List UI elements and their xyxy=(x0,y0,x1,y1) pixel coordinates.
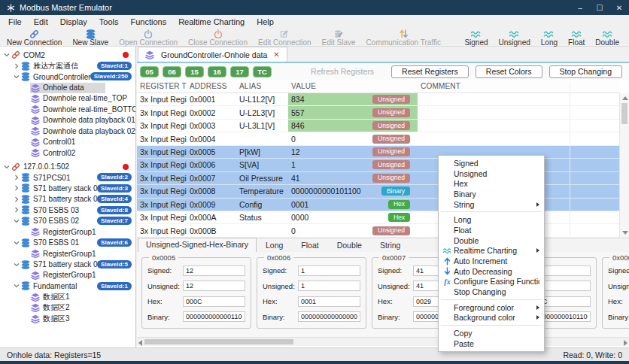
menu-realtime-charting[interactable]: Realtime Charting xyxy=(172,17,251,26)
context-menu-item-background-color[interactable]: Background color xyxy=(439,313,544,323)
menu-edit[interactable]: Edit xyxy=(28,17,54,26)
toolbar-button-edit-slave[interactable]: Edit Slave xyxy=(317,29,361,47)
tree-item-数据区2[interactable]: 数据区2 xyxy=(0,302,135,313)
table-row-0x0004[interactable]: 3x Input Registe0x00040Unsigned xyxy=(137,132,619,145)
scroll-up-arrow-icon[interactable] xyxy=(622,96,628,100)
function-code-button-06[interactable]: 06 xyxy=(163,66,181,77)
panel-0x0006-unsigned-input[interactable] xyxy=(298,281,360,291)
scroll-down-arrow-icon[interactable] xyxy=(622,231,628,235)
table-row-0x0002[interactable]: 3x Input Registe0x0002U-L2L3[V]557Unsign… xyxy=(137,106,619,119)
vertical-scroll-thumb[interactable] xyxy=(621,103,627,124)
horizontal-scroll-thumb[interactable] xyxy=(144,339,293,344)
menu-file[interactable]: File xyxy=(2,17,28,26)
table-row-0x0006[interactable]: 3x Input Registe0x0006S[VA]1Unsigned xyxy=(137,159,619,171)
tree-item-s71-battery-stack-01[interactable]: S71 battery stack 01SlaveId:3 xyxy=(0,183,135,193)
tree-item-127-0-0-1-502[interactable]: 127.0.0.1:502 xyxy=(0,161,135,171)
tree-item-s70-esbs-01[interactable]: S70 ESBS 01SlaveId:6 xyxy=(0,237,135,247)
context-menu-item-string[interactable]: String xyxy=(439,199,544,210)
table-row-0x0008[interactable]: 3x Input Registe0x0008Temperature0000000… xyxy=(137,185,619,198)
chevron-down-icon[interactable] xyxy=(12,262,20,268)
context-menu-item-binary[interactable]: Binary xyxy=(439,189,544,199)
tree-item-com2[interactable]: COM2 xyxy=(0,50,135,60)
menu-tools[interactable]: Tools xyxy=(93,17,125,26)
stop-changing-button[interactable]: Stop Changing xyxy=(549,65,622,78)
toolbar-button-communication-traffic[interactable]: Communication Traffic xyxy=(361,29,446,47)
panels-horizontal-scrollbar[interactable] xyxy=(137,337,629,346)
toolbar-button-new-connection[interactable]: New Connection xyxy=(2,29,67,47)
tree-item-groundcontroller[interactable]: GroundControllerSlaveId:250 xyxy=(0,71,135,82)
tree-item-s70-esbs-02[interactable]: S70 ESBS 02SlaveId:7 xyxy=(0,216,135,226)
context-menu-item-hex[interactable]: Hex xyxy=(439,178,544,189)
context-menu-item-unsigned[interactable]: Unsigned xyxy=(439,168,544,179)
chevron-right-icon[interactable] xyxy=(12,196,20,202)
panel-0x0005-signed-input[interactable] xyxy=(183,265,245,276)
scroll-left-arrow-icon[interactable] xyxy=(138,340,142,346)
tree-item-registergroup1[interactable]: RegisterGroup1 xyxy=(0,248,135,259)
context-menu-item-float[interactable]: Float xyxy=(439,225,544,235)
chevron-right-icon[interactable] xyxy=(12,185,20,191)
context-menu-item-long[interactable]: Long xyxy=(439,214,544,225)
tab-close-icon[interactable]: ✕ xyxy=(273,50,279,59)
tree-item-downhole-data-playback-01[interactable]: Downhole data playback 01 xyxy=(0,115,135,126)
function-code-button-15[interactable]: 15 xyxy=(185,66,204,77)
format-tab-unsigned-signed-hex-binary[interactable]: Unsigned-Signed-Hex-Binary xyxy=(138,238,257,252)
toolbar-button-open-connection[interactable]: Open Connection xyxy=(114,29,183,47)
tree-item-downhole-real-time-bottom[interactable]: Downhole real-time_BOTTOM xyxy=(0,104,135,114)
panel-0x0006-binary-input[interactable] xyxy=(298,311,360,322)
table-row-0x0009[interactable]: 3x Input Registe0x0009Config0001Hex xyxy=(137,199,619,211)
chevron-right-icon[interactable] xyxy=(12,63,20,69)
tree-item-s70-esbs-03[interactable]: S70 ESBS 03SlaveId:8 xyxy=(0,205,135,215)
tree-item-fundamental[interactable]: FundamentalSlaveId:1 xyxy=(0,281,135,291)
tree-item-control01[interactable]: Control01 xyxy=(0,137,135,147)
table-row-0x0001[interactable]: 3x Input Registe0x0001U-L1L2[V]834Unsign… xyxy=(137,93,619,106)
chevron-down-icon[interactable] xyxy=(12,218,20,224)
tree-item-downhole-data-playback-02[interactable]: Downhole data playback 02 xyxy=(0,126,135,136)
table-row-0x000B[interactable]: 3x Input Registe0x000B0Unsigned xyxy=(137,224,619,237)
format-tab-long[interactable]: Long xyxy=(257,239,292,252)
context-menu-item-copy[interactable]: Copy xyxy=(439,328,544,338)
function-code-button-tc[interactable]: TC xyxy=(253,66,272,77)
toolbar-button-close-connection[interactable]: Close Connection xyxy=(183,29,253,47)
panel-0x0006-hex-input[interactable] xyxy=(298,296,360,307)
tree-item-s71-battery-stack-03[interactable]: S71 battery stack 03SlaveId:5 xyxy=(0,259,135,269)
panel-0x0005-binary-input[interactable] xyxy=(183,311,245,322)
tree-item-downhole-real-time-top[interactable]: Downhole real-time_TOP xyxy=(0,93,135,104)
menu-help[interactable]: Help xyxy=(251,17,280,26)
tab-groundcontroller-onhole-data[interactable]: GroundController-Onhole data ✕ xyxy=(138,47,287,62)
tree-item-registergroup1[interactable]: RegisterGroup1 xyxy=(0,226,135,237)
function-code-button-17[interactable]: 17 xyxy=(230,66,249,77)
format-tab-double[interactable]: Double xyxy=(328,239,371,252)
chevron-down-icon[interactable] xyxy=(2,164,11,170)
menu-display[interactable]: Display xyxy=(54,17,93,26)
chevron-down-icon[interactable] xyxy=(2,52,11,58)
table-vertical-scrollbar[interactable] xyxy=(619,93,629,238)
function-code-button-16[interactable]: 16 xyxy=(208,66,226,77)
maximize-button[interactable]: ☐ xyxy=(590,0,609,15)
menu-functions[interactable]: Functions xyxy=(124,17,172,26)
toolbar-button-new-slave[interactable]: New Slave xyxy=(67,29,114,47)
tree-item-数据区1[interactable]: 数据区1 xyxy=(0,292,135,302)
minimize-button[interactable]: – xyxy=(570,0,590,15)
chevron-right-icon[interactable] xyxy=(12,207,20,213)
tree-item-雅达方案通信[interactable]: 雅达方案通信SlaveId:1 xyxy=(0,60,135,71)
reset-colors-button[interactable]: Reset Colors xyxy=(476,65,542,78)
context-menu-item-double[interactable]: Double xyxy=(439,235,544,246)
close-button[interactable]: ✕ xyxy=(609,0,629,15)
toolbar-button-unsigned[interactable]: Unsigned xyxy=(494,29,536,47)
format-tab-float[interactable]: Float xyxy=(292,239,327,252)
toolbar-button-double[interactable]: Double xyxy=(590,29,624,47)
context-menu-item-auto-increment[interactable]: Auto Increment xyxy=(439,256,544,266)
table-row-0x000A[interactable]: 3x Input Registe0x000AStatus0000Hex xyxy=(137,211,619,224)
tree-item-数据区3[interactable]: 数据区3 xyxy=(0,314,135,324)
toolbar-button-edit-connection[interactable]: Edit Connection xyxy=(253,29,317,47)
reset-registers-button[interactable]: Reset Registers xyxy=(391,65,469,78)
chevron-down-icon[interactable] xyxy=(12,240,20,246)
tree-item-s71pcs01[interactable]: S71PCS01SlaveId:2 xyxy=(0,172,135,183)
context-menu-item-auto-decreasing[interactable]: Auto Decreasing xyxy=(439,266,544,277)
function-code-button-05[interactable]: 05 xyxy=(140,66,159,77)
table-row-0x0003[interactable]: 3x Input Registe0x0003U-L3L1[V]846Unsign… xyxy=(137,120,619,132)
scroll-right-arrow-icon[interactable] xyxy=(624,340,627,346)
chevron-down-icon[interactable] xyxy=(12,283,20,289)
context-menu-item-signed[interactable]: Signed xyxy=(439,158,544,168)
chevron-right-icon[interactable] xyxy=(12,174,20,180)
